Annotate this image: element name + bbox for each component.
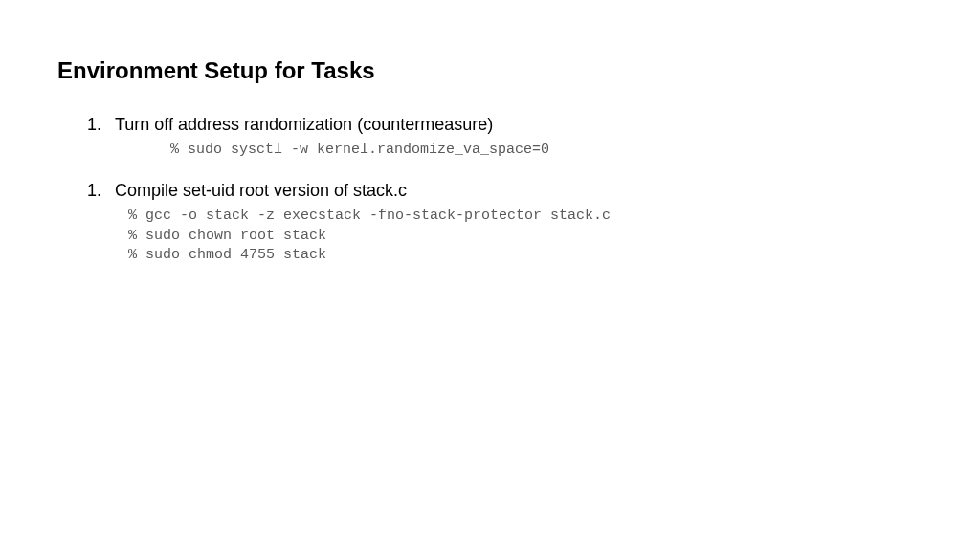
code-line: % sudo chown root stack bbox=[128, 227, 923, 246]
item-text: Turn off address randomization (counterm… bbox=[115, 115, 493, 135]
item-number: 1. bbox=[86, 181, 115, 201]
item-text: Compile set-uid root version of stack.c bbox=[115, 181, 407, 201]
list-item: 1. Turn off address randomization (count… bbox=[86, 115, 923, 160]
code-line: % sudo sysctl -w kernel.randomize_va_spa… bbox=[170, 141, 923, 160]
code-line: % gcc -o stack -z execstack -fno-stack-p… bbox=[128, 207, 923, 226]
code-block: % gcc -o stack -z execstack -fno-stack-p… bbox=[128, 207, 923, 265]
page-title: Environment Setup for Tasks bbox=[57, 57, 923, 84]
code-line: % sudo chmod 4755 stack bbox=[128, 246, 923, 265]
code-block: % sudo sysctl -w kernel.randomize_va_spa… bbox=[170, 141, 923, 160]
item-number: 1. bbox=[86, 115, 115, 135]
list-item: 1. Compile set-uid root version of stack… bbox=[86, 181, 923, 265]
